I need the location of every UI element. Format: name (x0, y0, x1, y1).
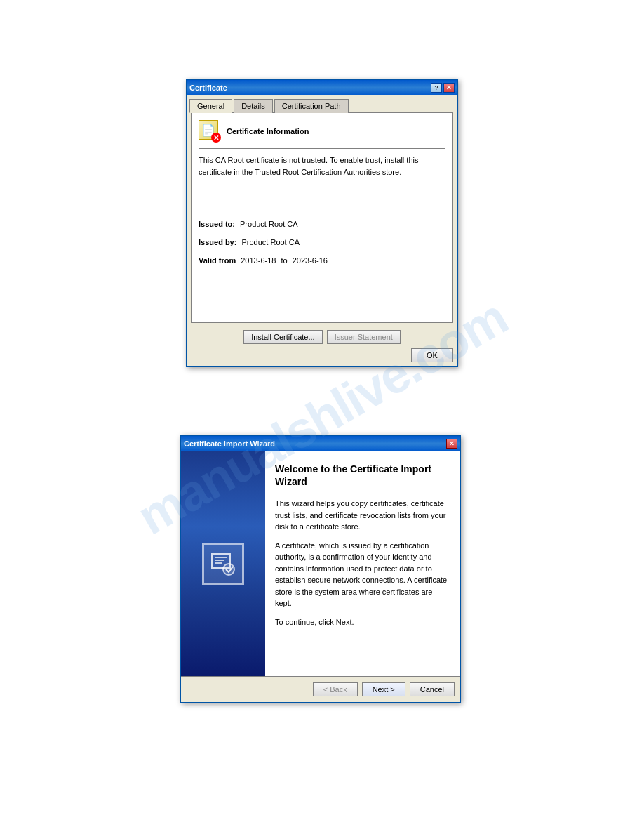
wizard-heading: Welcome to the Certificate Import Wizard (275, 463, 450, 488)
wizard-sidebar-icon (202, 543, 244, 585)
issued-by-label: Issued by: (199, 238, 236, 246)
cert-warning-text: This CA Root certificate is not trusted.… (199, 154, 445, 178)
issued-to-value: Product Root CA (240, 220, 298, 228)
tab-certification-path[interactable]: Certification Path (274, 99, 349, 113)
wizard-close-button[interactable]: ✕ (446, 439, 457, 449)
issuer-statement-button[interactable]: Issuer Statement (327, 330, 401, 344)
cert-content: 📄 ✕ Certificate Information This CA Root… (191, 112, 453, 323)
valid-from-label: Valid from (199, 256, 236, 265)
cert-error-badge: ✕ (211, 133, 221, 143)
cert-info-header: 📄 ✕ Certificate Information (199, 120, 445, 143)
wizard-para1: This wizard helps you copy certificates,… (275, 498, 450, 533)
wizard-cancel-button[interactable]: Cancel (410, 682, 455, 696)
cert-info-title: Certificate Information (227, 127, 309, 135)
wizard-para2: A certificate, which is issued by a cert… (275, 540, 450, 609)
svg-rect-1 (215, 557, 227, 558)
cert-valid-from: Valid from 2013-6-18 to 2023-6-16 (199, 256, 445, 265)
cert-titlebar: Certificate ? ✕ (187, 80, 457, 95)
wizard-dialog: Certificate Import Wizard ✕ Welcome to t… (180, 435, 461, 703)
cert-ok-button[interactable]: OK (411, 348, 453, 362)
wizard-next-button[interactable]: Next > (362, 682, 405, 696)
svg-rect-2 (215, 560, 224, 561)
valid-to-value: 2023-6-16 (293, 256, 328, 265)
cert-tabs: General Details Certification Path (187, 95, 457, 112)
cert-issued-by: Issued by: Product Root CA (199, 238, 445, 246)
certificate-dialog: Certificate ? ✕ General Details Certific… (186, 79, 458, 367)
wizard-dialog-title: Certificate Import Wizard (184, 439, 275, 448)
certificate-import-icon (209, 550, 237, 578)
cert-titlebar-controls: ? ✕ (431, 83, 455, 93)
svg-rect-3 (215, 562, 222, 564)
wizard-footer: < Back Next > Cancel (181, 676, 460, 702)
valid-to-label: to (281, 256, 287, 265)
tab-general[interactable]: General (189, 99, 232, 113)
wizard-body: Welcome to the Certificate Import Wizard… (181, 451, 460, 676)
wizard-sidebar (181, 451, 265, 676)
wizard-titlebar: Certificate Import Wizard ✕ (181, 436, 460, 451)
cert-action-buttons: Install Certificate... Issuer Statement (187, 327, 457, 348)
cert-issued-to: Issued to: Product Root CA (199, 220, 445, 228)
cert-dialog-title: Certificate (189, 84, 227, 92)
cert-ok-row: OK (187, 348, 457, 366)
cert-divider-top (199, 148, 445, 149)
cert-icon: 📄 ✕ (199, 120, 221, 143)
issued-to-label: Issued to: (199, 220, 235, 228)
issued-by-value: Product Root CA (241, 238, 300, 246)
cert-help-button[interactable]: ? (431, 83, 442, 93)
svg-point-4 (223, 564, 234, 575)
wizard-main: Welcome to the Certificate Import Wizard… (265, 451, 460, 676)
install-certificate-button[interactable]: Install Certificate... (243, 330, 322, 344)
cert-close-button[interactable]: ✕ (443, 83, 455, 93)
valid-from-value: 2013-6-18 (241, 256, 276, 265)
wizard-back-button[interactable]: < Back (313, 682, 358, 696)
cert-fields: Issued to: Product Root CA Issued by: Pr… (199, 220, 445, 265)
tab-details[interactable]: Details (234, 99, 273, 113)
wizard-para3: To continue, click Next. (275, 616, 450, 628)
